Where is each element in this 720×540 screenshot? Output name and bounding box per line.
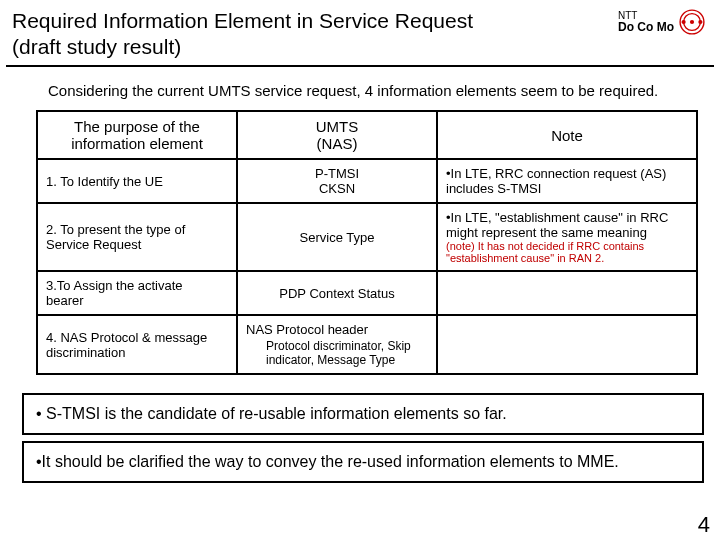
intro-text: Considering the current UMTS service req… [0,67,720,105]
note-sub: (note) It has not decided if RRC contain… [446,240,688,264]
svg-point-2 [682,20,686,24]
umts-sub: Protocol discriminator, Skip indicator, … [266,339,416,367]
umts-cell: Service Type [237,203,437,271]
col-umts-l1: UMTS [316,118,359,135]
umts-cell: P-TMSI CKSN [237,159,437,203]
logo-icon [678,8,706,36]
table-row: 4. NAS Protocol & message discrimination… [37,315,697,374]
note-cell: •In LTE, "establishment cause" in RRC mi… [437,203,697,271]
title-line1: Required Information Element in Service … [12,9,473,32]
logo: NTT Do Co Mo [618,4,706,36]
table-row: 1. To Identify the UE P-TMSI CKSN •In LT… [37,159,697,203]
svg-point-4 [690,20,694,24]
note-cell [437,315,697,374]
purpose-cell: 2. To present the type of Service Reques… [37,203,237,271]
table-row: 2. To present the type of Service Reques… [37,203,697,271]
info-element-table: The purpose of the information element U… [36,110,698,375]
purpose-cell: 4. NAS Protocol & message discrimination [37,315,237,374]
summary-box-2: •It should be clarified the way to conve… [22,441,704,483]
note-cell [437,271,697,315]
col-note: Note [437,111,697,159]
purpose-cell: 3.To Assign the activate bearer [37,271,237,315]
table-header-row: The purpose of the information element U… [37,111,697,159]
umts-main: NAS Protocol header [246,322,368,337]
page-number: 4 [698,512,710,538]
col-umts: UMTS (NAS) [237,111,437,159]
umts-cell: PDP Context Status [237,271,437,315]
logo-text: NTT Do Co Mo [618,10,674,34]
summary-box-1: • S-TMSI is the candidate of re-usable i… [22,393,704,435]
table-row: 3.To Assign the activate bearer PDP Cont… [37,271,697,315]
svg-point-3 [698,20,702,24]
logo-brand: Do Co Mo [618,20,674,34]
umts-l2: CKSN [319,181,355,196]
col-umts-l2: (NAS) [317,135,358,152]
purpose-cell: 1. To Identify the UE [37,159,237,203]
umts-cell: NAS Protocol header Protocol discriminat… [237,315,437,374]
col-purpose: The purpose of the information element [37,111,237,159]
header: Required Information Element in Service … [6,0,714,67]
note-cell: •In LTE, RRC connection request (AS) inc… [437,159,697,203]
title-line2: (draft study result) [12,35,181,58]
page-title: Required Information Element in Service … [12,4,473,61]
note-main: •In LTE, "establishment cause" in RRC mi… [446,210,668,240]
umts-l1: P-TMSI [315,166,359,181]
